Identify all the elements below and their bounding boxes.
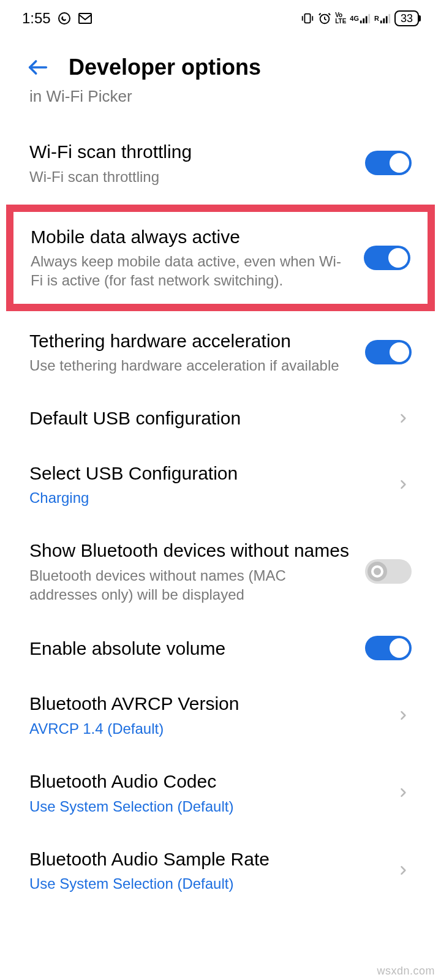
item-title: Bluetooth AVRCP Version — [29, 692, 380, 715]
signal-r-icon: R — [374, 13, 391, 24]
back-button[interactable] — [24, 54, 51, 81]
svg-rect-7 — [368, 14, 370, 23]
item-subtitle: Wi-Fi scan throttling — [29, 167, 350, 186]
watermark: wsxdn.com — [377, 965, 435, 978]
item-subtitle: Use System Selection (Default) — [29, 874, 380, 893]
item-title: Mobile data always active — [31, 225, 349, 249]
svg-rect-9 — [383, 18, 385, 23]
item-bt-without-names[interactable]: Show Bluetooth devices without names Blu… — [0, 523, 441, 620]
item-mobile-data-always-active[interactable]: Mobile data always active Always keep mo… — [13, 212, 428, 304]
toggle-absolute-volume[interactable] — [365, 636, 412, 660]
settings-list[interactable]: in Wi-Fi Picker Wi-Fi scan throttling Wi… — [0, 87, 441, 933]
item-subtitle: AVRCP 1.4 (Default) — [29, 719, 380, 738]
item-subtitle: Bluetooth devices without names (MAC add… — [29, 566, 350, 604]
item-title: Tethering hardware acceleration — [29, 330, 350, 353]
item-title: Wi-Fi scan throttling — [29, 140, 350, 164]
gmail-icon — [78, 12, 92, 24]
toggle-tethering-hw-accel[interactable] — [365, 340, 412, 364]
status-bar: 1:55 VoLTE 4G R 33 — [0, 0, 441, 37]
whatsapp-icon — [57, 11, 72, 26]
page-title: Developer options — [69, 55, 261, 80]
item-title: Show Bluetooth devices without names — [29, 539, 350, 562]
item-select-usb-config[interactable]: Select USB Configuration Charging — [0, 446, 441, 524]
item-tethering-hw-accel[interactable]: Tethering hardware acceleration Use teth… — [0, 314, 441, 391]
chevron-right-icon — [394, 410, 412, 427]
item-title: Default USB configuration — [29, 407, 380, 430]
toggle-bt-without-names[interactable] — [365, 559, 412, 584]
chevron-right-icon — [394, 784, 412, 801]
volte-icon: VoLTE — [335, 12, 346, 24]
item-title: Enable absolute volume — [29, 637, 350, 660]
vibrate-icon — [301, 12, 314, 25]
item-bt-audio-codec[interactable]: Bluetooth Audio Codec Use System Selecti… — [0, 754, 441, 832]
item-bt-avrcp-version[interactable]: Bluetooth AVRCP Version AVRCP 1.4 (Defau… — [0, 676, 441, 754]
item-absolute-volume[interactable]: Enable absolute volume — [0, 620, 441, 676]
item-title: Bluetooth Audio Sample Rate — [29, 848, 380, 871]
svg-rect-8 — [380, 21, 382, 24]
item-default-usb-config[interactable]: Default USB configuration — [0, 391, 441, 446]
item-wifi-scan-throttling[interactable]: Wi-Fi scan throttling Wi-Fi scan throttl… — [0, 124, 441, 202]
status-right: VoLTE 4G R 33 — [301, 10, 419, 26]
svg-rect-2 — [305, 14, 311, 23]
item-title: Bluetooth Audio Codec — [29, 770, 380, 793]
chevron-right-icon — [394, 707, 412, 724]
svg-rect-1 — [79, 13, 91, 23]
page-header: Developer options — [0, 37, 441, 88]
status-left: 1:55 — [22, 10, 92, 27]
highlight-box: Mobile data always active Always keep mo… — [6, 205, 435, 311]
svg-rect-11 — [388, 14, 390, 23]
chevron-right-icon — [394, 862, 412, 879]
svg-rect-5 — [363, 18, 364, 23]
status-time: 1:55 — [22, 10, 51, 27]
battery-icon: 33 — [394, 10, 419, 26]
svg-point-0 — [59, 13, 70, 24]
toggle-mobile-data-always-active[interactable] — [364, 246, 410, 270]
chevron-right-icon — [394, 476, 412, 493]
svg-rect-4 — [360, 21, 362, 24]
item-subtitle: Use System Selection (Default) — [29, 797, 380, 816]
item-title: Select USB Configuration — [29, 462, 380, 485]
item-subtitle: Always keep mobile data active, even whe… — [31, 252, 349, 290]
toggle-wifi-scan-throttling[interactable] — [365, 151, 412, 175]
alarm-icon — [318, 12, 331, 25]
item-subtitle: Charging — [29, 488, 380, 507]
svg-rect-6 — [366, 16, 368, 23]
partial-row-top: in Wi-Fi Picker — [0, 87, 441, 124]
signal-4g-icon: 4G — [350, 13, 371, 24]
item-subtitle: Use tethering hardware acceleration if a… — [29, 356, 350, 375]
item-bt-audio-sample-rate[interactable]: Bluetooth Audio Sample Rate Use System S… — [0, 832, 441, 910]
svg-rect-10 — [386, 16, 388, 23]
